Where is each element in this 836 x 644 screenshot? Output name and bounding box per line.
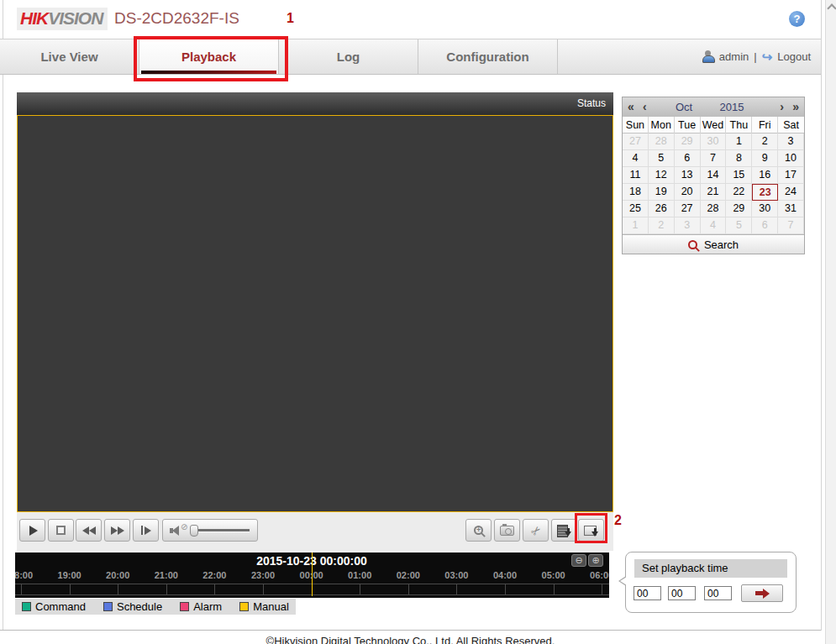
recording-type-legend: CommandScheduleAlarmManual bbox=[15, 599, 296, 615]
timeline-zoom-in-icon[interactable]: ⊕ bbox=[588, 554, 603, 567]
calendar-day[interactable]: 10 bbox=[778, 150, 804, 167]
user-area: admin | ↪ Logout bbox=[702, 39, 811, 74]
snapshot-button[interactable] bbox=[494, 519, 520, 542]
tab-live-view[interactable]: Live View bbox=[0, 39, 139, 74]
calendar-day-selected[interactable]: 23 bbox=[752, 184, 778, 201]
calendar-day[interactable]: 18 bbox=[623, 184, 649, 201]
timeline-zoom-out-icon[interactable]: ⊖ bbox=[571, 554, 586, 567]
logout-button[interactable]: Logout bbox=[777, 50, 811, 63]
frame-step-button[interactable] bbox=[133, 519, 159, 542]
calendar-day[interactable]: 14 bbox=[701, 167, 727, 184]
calendar-day[interactable]: 1 bbox=[623, 217, 649, 234]
timeline-tick-label: 23:00 bbox=[251, 570, 275, 580]
page-scrollbar[interactable] bbox=[825, 0, 836, 644]
calendar-day[interactable]: 8 bbox=[726, 150, 752, 167]
help-icon[interactable]: ? bbox=[789, 11, 805, 27]
calendar-next-year-icon[interactable]: » bbox=[792, 100, 799, 113]
timeline-tick-mark bbox=[166, 584, 167, 594]
calendar-day[interactable]: 11 bbox=[623, 167, 649, 184]
calendar-day[interactable]: 12 bbox=[649, 167, 675, 184]
calendar-day[interactable]: 28 bbox=[701, 201, 727, 217]
weekday-label: Thu bbox=[726, 117, 752, 134]
calendar-day[interactable]: 3 bbox=[675, 217, 701, 234]
calendar-day[interactable]: 1 bbox=[726, 134, 752, 150]
playback-second-input[interactable] bbox=[704, 586, 732, 600]
tab-log[interactable]: Log bbox=[279, 39, 418, 74]
set-time-go-button[interactable] bbox=[741, 584, 783, 602]
timeline-tick-mark bbox=[118, 584, 118, 594]
calendar-day[interactable]: 15 bbox=[726, 167, 752, 184]
calendar-day[interactable]: 4 bbox=[701, 217, 727, 234]
video-display-area[interactable] bbox=[17, 115, 613, 512]
calendar-day[interactable]: 6 bbox=[675, 150, 701, 167]
speaker-muted-icon bbox=[170, 526, 181, 536]
volume-control[interactable]: ⊘ bbox=[162, 519, 258, 542]
calendar-day[interactable]: 9 bbox=[752, 150, 778, 167]
calendar-day[interactable]: 31 bbox=[778, 201, 804, 217]
legend-color-swatch bbox=[22, 602, 31, 611]
calendar-day[interactable]: 25 bbox=[623, 201, 649, 217]
digital-zoom-button[interactable] bbox=[465, 519, 492, 542]
calendar-day[interactable]: 30 bbox=[752, 201, 778, 217]
calendar-day[interactable]: 2 bbox=[752, 134, 778, 150]
search-button[interactable]: Search bbox=[623, 234, 804, 254]
tab-configuration[interactable]: Configuration bbox=[418, 39, 558, 74]
calendar-year-label[interactable]: 2015 bbox=[713, 101, 750, 113]
calendar-day[interactable]: 4 bbox=[623, 150, 649, 167]
frame-step-icon bbox=[141, 526, 143, 535]
calendar-day[interactable]: 30 bbox=[701, 134, 727, 150]
calendar-day[interactable]: 19 bbox=[649, 184, 675, 201]
calendar-prev-year-icon[interactable]: « bbox=[628, 100, 634, 113]
playback-minute-input[interactable] bbox=[668, 586, 696, 600]
weekday-label: Sat bbox=[778, 117, 804, 134]
playback-hour-input[interactable] bbox=[634, 586, 661, 600]
set-playback-time-title: Set playback time bbox=[634, 559, 787, 578]
rewind-button[interactable] bbox=[76, 519, 102, 542]
calendar-day[interactable]: 29 bbox=[675, 134, 701, 150]
calendar-day[interactable]: 2 bbox=[649, 217, 675, 234]
calendar-day[interactable]: 7 bbox=[701, 150, 727, 167]
calendar-day[interactable]: 3 bbox=[778, 134, 804, 150]
timeline-tick-mark bbox=[360, 584, 360, 594]
calendar-day[interactable]: 28 bbox=[649, 134, 675, 150]
weekday-label: Mon bbox=[649, 117, 675, 134]
calendar-day[interactable]: 17 bbox=[778, 167, 804, 184]
calendar-day[interactable]: 6 bbox=[752, 217, 778, 234]
calendar-day[interactable]: 29 bbox=[726, 201, 752, 217]
playback-timeline[interactable]: 2015-10-23 00:00:00 18:0019:0020:0021:00… bbox=[15, 552, 609, 598]
calendar-day[interactable]: 20 bbox=[675, 184, 701, 201]
timeline-cursor[interactable] bbox=[312, 552, 313, 596]
calendar-day[interactable]: 26 bbox=[649, 201, 675, 217]
logout-icon[interactable]: ↪ bbox=[762, 50, 773, 65]
calendar-day[interactable]: 27 bbox=[623, 134, 649, 150]
search-button-label: Search bbox=[704, 238, 739, 251]
clip-button[interactable]: ✂ bbox=[523, 519, 549, 542]
fast-forward-button[interactable] bbox=[104, 519, 130, 542]
page-right-border bbox=[821, 0, 822, 631]
calendar-next-month-icon[interactable]: › bbox=[780, 100, 784, 113]
calendar-day[interactable]: 22 bbox=[726, 184, 752, 201]
legend-label: Alarm bbox=[193, 600, 222, 613]
calendar-day[interactable]: 13 bbox=[675, 167, 701, 184]
play-button[interactable] bbox=[19, 519, 45, 542]
timeline-tick-label: 22:00 bbox=[202, 570, 226, 580]
annotation-box-playback-tab bbox=[134, 36, 288, 81]
timeline-tick-mark bbox=[21, 584, 22, 594]
volume-slider-track[interactable] bbox=[196, 529, 250, 531]
timeline-tick-mark bbox=[214, 584, 215, 594]
calendar-day[interactable]: 5 bbox=[649, 150, 675, 167]
scrollbar-up-arrow-icon[interactable] bbox=[826, 5, 836, 18]
volume-slider-handle[interactable] bbox=[190, 525, 198, 537]
download-video-button[interactable] bbox=[551, 519, 577, 542]
calendar-day[interactable]: 7 bbox=[778, 217, 804, 234]
calendar-month-label[interactable]: Oct bbox=[667, 101, 701, 113]
calendar-day[interactable]: 21 bbox=[701, 184, 727, 201]
calendar-day[interactable]: 27 bbox=[675, 201, 701, 217]
calendar-day[interactable]: 5 bbox=[726, 217, 752, 234]
calendar-day[interactable]: 16 bbox=[752, 167, 778, 184]
main-nav-bar: Live View Playback Log Configuration adm… bbox=[0, 39, 821, 75]
stop-button[interactable] bbox=[48, 519, 74, 542]
mute-slash-icon: ⊘ bbox=[181, 522, 187, 531]
calendar-prev-month-icon[interactable]: ‹ bbox=[643, 100, 647, 113]
calendar-day[interactable]: 24 bbox=[778, 184, 804, 201]
